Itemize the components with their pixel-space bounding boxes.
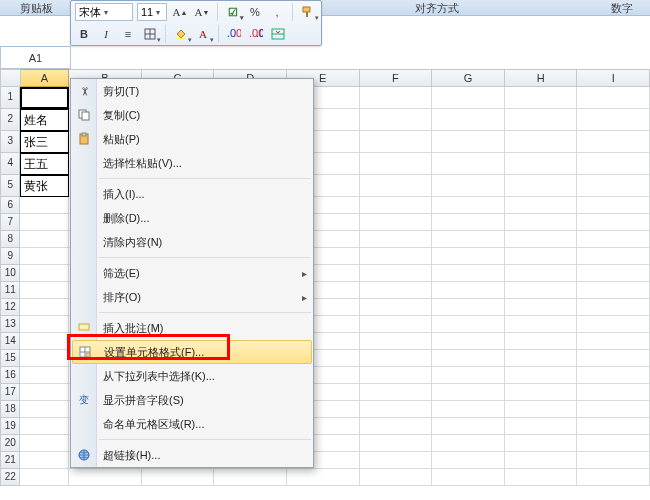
cell-G11[interactable] [432,282,505,299]
cell-G22[interactable] [432,469,505,486]
row-header-21[interactable]: 21 [0,452,20,469]
row-header-14[interactable]: 14 [0,333,20,350]
col-header-G[interactable]: G [432,69,505,87]
cell-H20[interactable] [505,435,578,452]
cell-G15[interactable] [432,350,505,367]
cell-H2[interactable] [505,109,578,131]
cell-H6[interactable] [505,197,578,214]
cell-I21[interactable] [577,452,650,469]
row-header-7[interactable]: 7 [0,214,20,231]
cell-F20[interactable] [360,435,433,452]
cell-A15[interactable] [20,350,69,367]
cell-F21[interactable] [360,452,433,469]
cell-H7[interactable] [505,214,578,231]
cell-G5[interactable] [432,175,505,197]
borders-button[interactable] [141,25,159,43]
row-header-17[interactable]: 17 [0,384,20,401]
cell-A10[interactable] [20,265,69,282]
cell-G10[interactable] [432,265,505,282]
font-name-select[interactable]: 宋体 [75,3,133,21]
cell-A9[interactable] [20,248,69,265]
cell-H5[interactable] [505,175,578,197]
col-header-A[interactable]: A [21,69,69,87]
cell-F5[interactable] [360,175,433,197]
row-header-1[interactable]: 1 [0,87,20,109]
row-header-3[interactable]: 3 [0,131,20,153]
font-size-select[interactable]: 11 [137,3,167,21]
menu-format-cells[interactable]: 设置单元格格式(F)... [72,340,312,364]
cell-H18[interactable] [505,401,578,418]
cell-A19[interactable] [20,418,69,435]
cell-H4[interactable] [505,153,578,175]
cell-F10[interactable] [360,265,433,282]
cell-G14[interactable] [432,333,505,350]
row-header-2[interactable]: 2 [0,109,20,131]
col-header-I[interactable]: I [577,69,650,87]
cell-A22[interactable] [20,469,69,486]
cell-G17[interactable] [432,384,505,401]
cell-G19[interactable] [432,418,505,435]
cell-A5[interactable]: 黄张 [20,175,69,197]
menu-filter[interactable]: 筛选(E)▸ [71,261,313,285]
merge-center-button[interactable] [269,25,287,43]
cell-G20[interactable] [432,435,505,452]
cell-F18[interactable] [360,401,433,418]
cell-F17[interactable] [360,384,433,401]
menu-sort[interactable]: 排序(O)▸ [71,285,313,309]
cell-I4[interactable] [577,153,650,175]
cell-F6[interactable] [360,197,433,214]
percent-button[interactable]: % [246,3,264,21]
cell-H19[interactable] [505,418,578,435]
cell-G1[interactable] [432,87,505,109]
cell-A8[interactable] [20,231,69,248]
menu-delete[interactable]: 删除(D)... [71,206,313,230]
cell-G18[interactable] [432,401,505,418]
row-header-15[interactable]: 15 [0,350,20,367]
row-header-20[interactable]: 20 [0,435,20,452]
cell-I13[interactable] [577,316,650,333]
menu-pick-from-dropdown[interactable]: 从下拉列表中选择(K)... [71,364,313,388]
col-header-F[interactable]: F [360,69,433,87]
menu-name-range[interactable]: 命名单元格区域(R)... [71,412,313,436]
accounting-format-button[interactable]: ☑ [224,3,242,21]
cell-I10[interactable] [577,265,650,282]
format-painter-button[interactable] [299,3,317,21]
menu-paste-special[interactable]: 选择性粘贴(V)... [71,151,313,175]
cell-H1[interactable] [505,87,578,109]
cell-H3[interactable] [505,131,578,153]
cell-I18[interactable] [577,401,650,418]
cell-I7[interactable] [577,214,650,231]
row-header-10[interactable]: 10 [0,265,20,282]
cell-G12[interactable] [432,299,505,316]
cell-I5[interactable] [577,175,650,197]
menu-insert[interactable]: 插入(I)... [71,182,313,206]
cell-A16[interactable] [20,367,69,384]
row-header-11[interactable]: 11 [0,282,20,299]
increase-decimal-button[interactable]: .00.0 [247,25,265,43]
row-header-5[interactable]: 5 [0,175,20,197]
cell-F1[interactable] [360,87,433,109]
cell-H22[interactable] [505,469,578,486]
cell-B22[interactable] [69,469,142,486]
cell-I9[interactable] [577,248,650,265]
cell-G2[interactable] [432,109,505,131]
row-header-16[interactable]: 16 [0,367,20,384]
cell-H11[interactable] [505,282,578,299]
cell-I20[interactable] [577,435,650,452]
shrink-font-button[interactable]: A▼ [193,3,211,21]
cell-H17[interactable] [505,384,578,401]
cell-I16[interactable] [577,367,650,384]
cell-I8[interactable] [577,231,650,248]
menu-paste[interactable]: 粘贴(P) [71,127,313,151]
cell-A18[interactable] [20,401,69,418]
menu-copy[interactable]: 复制(C) [71,103,313,127]
cell-A21[interactable] [20,452,69,469]
font-color-button[interactable]: A [194,25,212,43]
menu-insert-comment[interactable]: 插入批注(M) [71,316,313,340]
cell-F13[interactable] [360,316,433,333]
cell-G4[interactable] [432,153,505,175]
cell-G3[interactable] [432,131,505,153]
row-header-19[interactable]: 19 [0,418,20,435]
menu-clear-contents[interactable]: 清除内容(N) [71,230,313,254]
bold-button[interactable]: B [75,25,93,43]
